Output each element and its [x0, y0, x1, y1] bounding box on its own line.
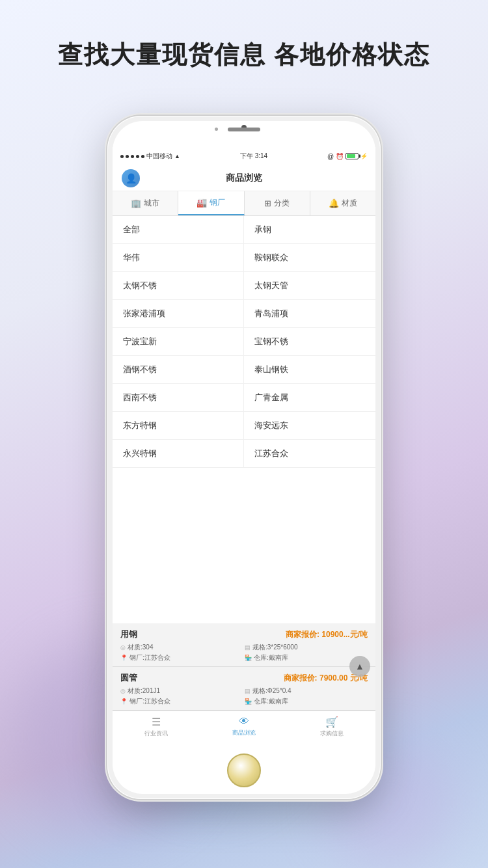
- card1-material-value: 材质:304: [128, 643, 153, 652]
- card1-material: ◎ 材质:304: [120, 643, 243, 652]
- list-item[interactable]: 承钢: [244, 216, 375, 244]
- tab-type[interactable]: ⊞ 分类: [245, 191, 310, 215]
- list-item[interactable]: 全部: [113, 216, 244, 244]
- list-content: 全部承钢华伟鞍钢联众太钢不锈太钢天管张家港浦项青岛浦项宁波宝新宝钢不锈酒钢不锈泰…: [113, 216, 375, 623]
- steelmill-tab-icon: 🏭: [197, 198, 207, 208]
- signal-dot4: [136, 155, 139, 158]
- card2-spec-icon: ▤: [245, 688, 251, 694]
- browse-nav-label: 商品浏览: [232, 729, 256, 737]
- status-left: 中国移动 ▲: [120, 152, 180, 161]
- product-overlay: 用钢 商家报价: 10900...元/吨 ◎ 材质:304 ▤: [113, 623, 375, 711]
- card1-name: 用钢: [120, 629, 137, 640]
- avatar-icon: 👤: [126, 173, 137, 183]
- card2-details: ◎ 材质:201J1 ▤ 规格:Φ25*0.4 📍 钢厂:江苏合众 🏪: [120, 686, 368, 706]
- signal-dot1: [120, 155, 124, 158]
- card2-material-icon: ◎: [120, 688, 126, 694]
- nav-news[interactable]: ☰ 行业资讯: [113, 711, 200, 742]
- card1-spec-value: 规格:3*25*6000: [252, 643, 298, 652]
- nav-purchase[interactable]: 🛒 求购信息: [288, 711, 375, 742]
- card2-factory-icon: 📍: [120, 698, 128, 705]
- card2-material-value: 材质:201J1: [128, 686, 160, 696]
- card2-header: 圆管 商家报价: 7900.00 元/吨: [120, 672, 368, 684]
- list-item[interactable]: 东方特钢: [113, 412, 244, 440]
- float-scroll-button[interactable]: ▲: [349, 656, 370, 677]
- battery-icon: [346, 153, 359, 159]
- steelmill-tab-label: 钢厂: [210, 197, 225, 208]
- card2-warehouse: 🏪 仓库:戴南库: [245, 697, 368, 706]
- card2-factory: 📍 钢厂:江苏合众: [120, 697, 243, 706]
- news-nav-icon: ☰: [152, 716, 161, 728]
- tab-steelmill[interactable]: 🏭 钢厂: [178, 191, 244, 215]
- list-item[interactable]: 青岛浦项: [244, 300, 375, 328]
- card2-material: ◎ 材质:201J1: [120, 686, 243, 696]
- tab-city[interactable]: 🏢 城市: [113, 191, 178, 215]
- list-item[interactable]: 宁波宝新: [113, 328, 244, 356]
- list-item[interactable]: 酒钢不锈: [113, 356, 244, 384]
- type-tab-label: 分类: [274, 198, 290, 209]
- status-bar: 中国移动 ▲ 下午 3:14 @ ⏰ ⚡: [113, 147, 375, 165]
- list-item[interactable]: 张家港浦项: [113, 300, 244, 328]
- battery-fill: [347, 154, 355, 158]
- tab-material[interactable]: 🔔 材质: [310, 191, 375, 215]
- browse-nav-icon: 👁: [239, 716, 249, 727]
- card1-price-value: 10900...元/吨: [321, 630, 368, 639]
- list-item[interactable]: 太钢天管: [244, 272, 375, 300]
- list-item[interactable]: 鞍钢联众: [244, 244, 375, 272]
- card2-price-label: 商家报价:: [284, 673, 318, 683]
- card1-warehouse-value: 仓库:戴南库: [254, 653, 288, 662]
- card2-spec: ▤ 规格:Φ25*0.4: [245, 686, 368, 696]
- list-item[interactable]: 永兴特钢: [113, 440, 244, 468]
- charging-icon: ⚡: [360, 153, 368, 159]
- list-item[interactable]: 宝钢不锈: [244, 328, 375, 356]
- card1-warehouse: 🏪 仓库:戴南库: [245, 653, 368, 662]
- card1-details: ◎ 材质:304 ▤ 规格:3*25*6000 📍 钢厂:江苏合众 🏪: [120, 643, 368, 662]
- user-avatar[interactable]: 👤: [122, 169, 140, 187]
- card2-name: 圆管: [120, 672, 137, 684]
- list-item[interactable]: 太钢不锈: [113, 272, 244, 300]
- material-tab-icon: 🔔: [329, 198, 339, 208]
- status-time: 下午 3:14: [240, 152, 267, 161]
- card1-price-label: 商家报价:: [286, 630, 319, 639]
- list-item[interactable]: 江苏合众: [244, 440, 375, 468]
- status-right: @ ⏰ ⚡: [327, 153, 368, 160]
- spec-icon: ▤: [245, 644, 251, 651]
- carrier-label: 中国移动: [146, 152, 172, 161]
- signal-dot5: [141, 155, 144, 158]
- card1-price: 商家报价: 10900...元/吨: [286, 629, 368, 640]
- status-icons: @ ⏰: [327, 153, 344, 160]
- list-grid: 全部承钢华伟鞍钢联众太钢不锈太钢天管张家港浦项青岛浦项宁波宝新宝钢不锈酒钢不锈泰…: [113, 216, 375, 468]
- wifi-icon: ▲: [174, 153, 180, 159]
- city-tab-label: 城市: [144, 198, 159, 209]
- material-tab-label: 材质: [342, 198, 357, 209]
- phone-frame: 中国移动 ▲ 下午 3:14 @ ⏰ ⚡ 👤 商品浏览: [107, 116, 381, 799]
- product-card-1[interactable]: 用钢 商家报价: 10900...元/吨 ◎ 材质:304 ▤: [113, 623, 375, 667]
- card2-warehouse-icon: 🏪: [245, 698, 252, 705]
- list-item[interactable]: 西南不锈: [113, 384, 244, 412]
- list-item[interactable]: 海安远东: [244, 412, 375, 440]
- card2-factory-value: 钢厂:江苏合众: [129, 697, 170, 706]
- card2-spec-value: 规格:Φ25*0.4: [252, 686, 291, 696]
- card1-factory: 📍 钢厂:江苏合众: [120, 653, 243, 662]
- purchase-nav-icon: 🛒: [325, 716, 338, 728]
- factory-icon: 📍: [120, 655, 128, 661]
- front-sensor: [215, 128, 218, 131]
- product-card-2[interactable]: 圆管 商家报价: 7900.00 元/吨 ◎ 材质:201J1 ▤: [113, 667, 375, 711]
- purchase-nav-label: 求购信息: [320, 729, 344, 738]
- app-header: 👤 商品浏览: [113, 165, 375, 191]
- news-nav-label: 行业资讯: [144, 729, 168, 738]
- type-tab-icon: ⊞: [264, 198, 271, 208]
- warehouse-icon: 🏪: [245, 655, 252, 661]
- material-icon: ◎: [120, 644, 126, 651]
- list-item[interactable]: 广青金属: [244, 384, 375, 412]
- bottom-nav: ☰ 行业资讯 👁 商品浏览 🛒 求购信息: [113, 711, 375, 742]
- card1-factory-value: 钢厂:江苏合众: [129, 653, 170, 662]
- nav-browse[interactable]: 👁 商品浏览: [200, 711, 288, 742]
- category-tabs: 🏢 城市 🏭 钢厂 ⊞ 分类 🔔 材质: [113, 191, 375, 216]
- card1-header: 用钢 商家报价: 10900...元/吨: [120, 629, 368, 640]
- home-button[interactable]: [227, 753, 261, 787]
- list-item[interactable]: 泰山钢铁: [244, 356, 375, 384]
- list-item[interactable]: 华伟: [113, 244, 244, 272]
- signal-dot3: [131, 155, 134, 158]
- page-header-title: 查找大量现货信息 各地价格状态: [0, 39, 488, 71]
- signal-dot2: [126, 155, 129, 158]
